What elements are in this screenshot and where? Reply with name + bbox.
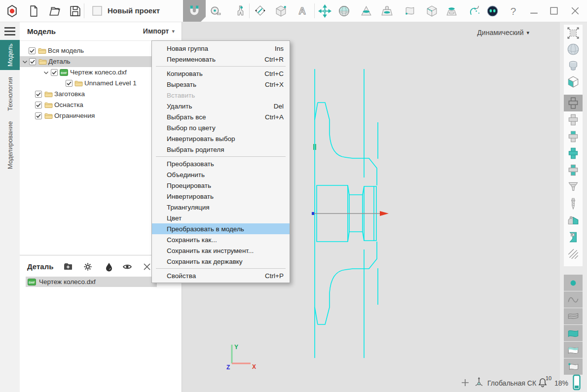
menu-item-label: Объединить bbox=[167, 171, 205, 178]
memory-percent: 18% bbox=[554, 379, 568, 387]
stepped-cone-button[interactable] bbox=[564, 178, 583, 195]
solid-cube-icon[interactable] bbox=[273, 3, 289, 19]
menu-item[interactable]: Вставить bbox=[152, 90, 290, 101]
menu-item[interactable]: ВырезатьCtrl+X bbox=[152, 79, 290, 90]
caliper-icon[interactable] bbox=[232, 3, 248, 19]
help-button[interactable]: ? bbox=[505, 3, 521, 19]
drill-tool-button[interactable] bbox=[564, 195, 583, 212]
open-folder-icon[interactable] bbox=[46, 3, 62, 19]
menu-item[interactable]: Объединить bbox=[152, 169, 290, 180]
sidebar-tab-3[interactable]: Моделирование bbox=[0, 117, 20, 173]
menu-item[interactable]: Цвет bbox=[152, 213, 290, 223]
shaded-sphere-button[interactable] bbox=[564, 41, 583, 57]
close-button[interactable] bbox=[567, 3, 583, 19]
fit-screen-button[interactable] bbox=[564, 25, 583, 41]
sidebar-tab-2[interactable]: Технология bbox=[0, 71, 20, 117]
shaded-part-button[interactable] bbox=[564, 57, 583, 73]
folder-icon bbox=[74, 80, 83, 87]
detail-file-row[interactable]: DXF Чертеж колесо.dxf bbox=[26, 277, 157, 287]
chevron-down-icon: ▾ bbox=[526, 30, 529, 36]
tree-checkbox[interactable] bbox=[51, 69, 58, 76]
memory-battery-icon[interactable] bbox=[572, 374, 581, 391]
menu-item[interactable]: Сохранить как... bbox=[152, 234, 290, 245]
model-panel-title: Модель bbox=[27, 27, 56, 36]
menu-item[interactable]: Преобразовать в модель bbox=[152, 223, 290, 234]
settings-gear-icon[interactable] bbox=[83, 262, 93, 272]
point-dot-button[interactable] bbox=[564, 275, 583, 291]
cube-model-icon[interactable] bbox=[424, 3, 440, 19]
toolpath-curve-icon[interactable] bbox=[467, 3, 482, 19]
part-shaded-button[interactable] bbox=[564, 111, 583, 128]
fixture-block-button[interactable] bbox=[564, 212, 583, 229]
surface-blend-button[interactable] bbox=[564, 342, 583, 358]
menu-item[interactable]: Выбрать родителя bbox=[152, 144, 290, 155]
minimize-button[interactable] bbox=[526, 3, 542, 19]
part-combo-button[interactable] bbox=[564, 162, 583, 178]
color-drop-icon[interactable] bbox=[104, 262, 114, 272]
menu-item-label: Вырезать bbox=[167, 81, 196, 88]
mesh-sphere-icon[interactable] bbox=[336, 3, 352, 19]
menu-item[interactable]: Преобразовать bbox=[152, 158, 290, 169]
machine-icon-button[interactable] bbox=[564, 229, 583, 246]
tape-measure-icon[interactable] bbox=[208, 3, 223, 19]
surface-flag-icon[interactable] bbox=[402, 3, 418, 19]
curve-line-button[interactable] bbox=[564, 291, 583, 308]
surface-flag2-button[interactable] bbox=[564, 358, 583, 375]
tree-checkbox[interactable] bbox=[35, 112, 42, 119]
menu-item[interactable]: Сохранить как инструмент... bbox=[152, 245, 290, 256]
menu-item[interactable]: ПереименоватьCtrl+R bbox=[152, 54, 290, 65]
menu-item[interactable]: СвойстваCtrl+P bbox=[152, 270, 290, 281]
add-icon[interactable] bbox=[460, 378, 470, 388]
context-menu: Новая группаInsПереименоватьCtrl+RКопиро… bbox=[151, 40, 290, 283]
menu-item[interactable]: Выбрать всеCtrl+A bbox=[152, 111, 290, 122]
text-letter-icon[interactable]: A bbox=[294, 3, 310, 19]
new-file-icon[interactable] bbox=[26, 3, 41, 19]
part-wireframe-button[interactable] bbox=[564, 95, 583, 111]
ai-assistant-icon[interactable] bbox=[484, 3, 500, 19]
axis-x-label: X bbox=[252, 363, 256, 370]
menu-item[interactable]: Выбор по цвету bbox=[152, 122, 290, 133]
iso-cube-button[interactable] bbox=[564, 73, 583, 90]
visibility-eye-icon[interactable] bbox=[122, 262, 132, 272]
add-group-icon[interactable] bbox=[63, 262, 73, 272]
part-solid-button[interactable] bbox=[564, 145, 583, 162]
tree-checkbox[interactable] bbox=[66, 80, 73, 87]
menu-item[interactable]: УдалитьDel bbox=[152, 101, 290, 111]
maximize-button[interactable] bbox=[546, 3, 562, 19]
chevron-down-icon[interactable] bbox=[22, 60, 28, 64]
coordinate-triad-icon[interactable] bbox=[474, 376, 484, 388]
menu-item[interactable]: Проецировать bbox=[152, 180, 290, 191]
toolbar-separator bbox=[84, 3, 84, 18]
menu-item[interactable]: Инвертировать bbox=[152, 191, 290, 202]
sketch-icon[interactable] bbox=[253, 3, 268, 19]
close-x-icon[interactable] bbox=[142, 262, 152, 272]
save-file-icon[interactable] bbox=[67, 3, 83, 19]
menu-item[interactable]: Новая группаIns bbox=[152, 43, 290, 54]
move-arrows-icon[interactable] bbox=[317, 3, 332, 19]
app-logo-icon bbox=[4, 3, 20, 19]
tree-checkbox[interactable] bbox=[35, 91, 42, 98]
workpiece-cone-icon[interactable] bbox=[358, 3, 374, 19]
fixture-table-icon[interactable] bbox=[379, 3, 395, 19]
sidebar-tab-1[interactable]: Модель bbox=[0, 40, 20, 70]
coordinate-system-label[interactable]: Глобальная СК bbox=[487, 379, 536, 387]
menu-item[interactable]: Триангуляция bbox=[152, 202, 290, 213]
menu-item[interactable]: Сохранить как державку bbox=[152, 256, 290, 267]
tree-checkbox[interactable] bbox=[35, 102, 42, 108]
chevron-down-icon[interactable] bbox=[43, 71, 49, 75]
tree-checkbox[interactable] bbox=[29, 58, 36, 65]
magnet-snap-icon[interactable] bbox=[183, 0, 206, 22]
surface-solid-button[interactable] bbox=[564, 325, 583, 341]
tree-checkbox[interactable] bbox=[29, 47, 36, 54]
surface-set-button[interactable] bbox=[564, 308, 583, 324]
machine-stock-icon[interactable] bbox=[443, 3, 459, 19]
svg-text:DXF: DXF bbox=[29, 280, 35, 284]
view-mode-dropdown[interactable]: Динамический ▾ bbox=[477, 29, 529, 36]
menu-item[interactable]: КопироватьCtrl+C bbox=[152, 68, 290, 79]
menu-item-label: Вставить bbox=[167, 92, 195, 99]
part-semi-button[interactable] bbox=[564, 128, 583, 145]
menu-item[interactable]: Инвертировать выбор bbox=[152, 133, 290, 144]
import-button[interactable]: Импорт ▾ bbox=[143, 27, 175, 35]
hamburger-icon[interactable] bbox=[4, 27, 15, 36]
hatch-lines-button[interactable] bbox=[564, 246, 583, 262]
